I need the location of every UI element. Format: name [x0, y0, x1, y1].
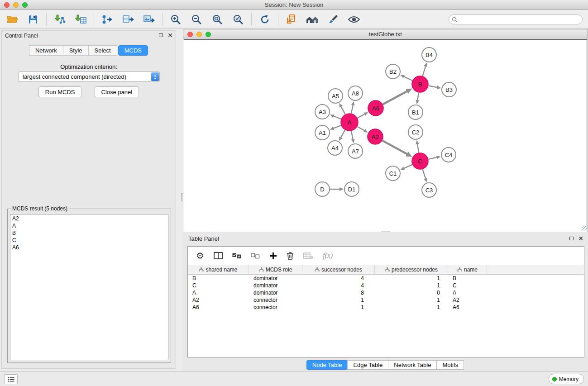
tab-select[interactable]: Select	[88, 45, 117, 56]
close-panel-icon[interactable]: ✕	[578, 236, 583, 241]
refresh-icon[interactable]	[258, 13, 272, 26]
table-body: Bdominator41BCdominator41CAdominator80AA…	[188, 275, 584, 311]
splitter-handle-vertical[interactable]	[181, 193, 183, 201]
column-header-shared-name[interactable]: shared name	[188, 265, 249, 274]
graph-edge-A6-B[interactable]	[383, 91, 407, 105]
column-sort-icon[interactable]	[385, 267, 390, 273]
zoom-out-icon[interactable]	[190, 13, 203, 26]
close-panel-button[interactable]: Close panel	[95, 86, 139, 97]
zoom-in-icon[interactable]	[169, 13, 182, 26]
float-panel-icon[interactable]	[569, 237, 574, 240]
table-cell: 1	[302, 296, 375, 304]
search-box	[449, 14, 583, 24]
export-network-icon[interactable]	[100, 13, 114, 26]
graph-edge-A-A6[interactable]	[358, 114, 365, 118]
criterion-dropdown[interactable]: largest connected component (directed) ▲…	[19, 71, 160, 82]
tab-network[interactable]: Network	[29, 45, 63, 56]
deselect-all-columns-icon[interactable]	[251, 253, 260, 259]
table-row[interactable]: Cdominator41C	[188, 282, 584, 289]
tab-edge-table[interactable]: Edge Table	[347, 360, 388, 370]
task-history-button[interactable]	[4, 374, 18, 384]
resize-grip[interactable]	[582, 226, 587, 231]
select-all-columns-icon[interactable]	[232, 253, 241, 259]
graph-edge-C-C4[interactable]	[429, 157, 437, 159]
tab-mcds[interactable]: MCDS	[118, 45, 148, 56]
mcds-result-item[interactable]: A6	[10, 244, 168, 251]
graph-edge-A-A4[interactable]	[341, 130, 345, 137]
graph-edge-A-A1[interactable]	[334, 125, 341, 128]
table-cell: C	[188, 282, 249, 289]
graph-edge-B-B1[interactable]	[417, 93, 419, 100]
table-row[interactable]: A2connector11A2	[188, 296, 584, 304]
table-row[interactable]: Bdominator41B	[188, 275, 584, 282]
tab-network-table[interactable]: Network Table	[388, 360, 437, 370]
show-columns-icon[interactable]	[214, 252, 223, 259]
column-sort-icon[interactable]	[259, 267, 264, 273]
graph-edge-A-A5[interactable]	[341, 107, 345, 114]
tab-node-table[interactable]: Node Table	[306, 360, 348, 370]
graph-edge-B-B2[interactable]	[404, 76, 412, 81]
zoom-fit-icon[interactable]	[210, 13, 224, 26]
graph-edge-C-C1[interactable]	[404, 165, 412, 168]
graph-node-label: D	[320, 186, 324, 193]
graph-edge-A-A7[interactable]	[351, 131, 353, 139]
graph-edge-B-B4[interactable]	[423, 67, 425, 76]
open-folder-icon[interactable]	[5, 13, 19, 26]
table-row[interactable]: A6connector11A6	[188, 304, 584, 311]
graph-edge-arrowhead	[330, 114, 335, 118]
import-table-icon[interactable]	[74, 13, 87, 26]
tab-motifs[interactable]: Motifs	[436, 360, 464, 370]
graph-edge-A-A8[interactable]	[351, 105, 353, 113]
documents-icon[interactable]	[285, 13, 298, 26]
mcds-result-list[interactable]: A2ABCA6	[10, 214, 168, 360]
toolbar-separator	[46, 13, 47, 26]
mcds-result-item[interactable]: C	[10, 237, 168, 244]
main-toolbar	[0, 10, 588, 29]
optimization-criterion-label: Optimization criterion:	[2, 63, 176, 70]
home-icon[interactable]	[306, 13, 319, 26]
column-header-label: MCDS role	[266, 267, 292, 273]
graph-edge-C-C3[interactable]	[423, 169, 425, 178]
graph-edge-arrowhead	[330, 127, 335, 130]
graph-node-label: C	[418, 158, 422, 165]
toolbar-separator	[251, 13, 252, 26]
column-sort-icon[interactable]	[315, 267, 320, 273]
mcds-result-item[interactable]: B	[10, 229, 168, 237]
export-image-icon[interactable]	[142, 13, 156, 26]
float-panel-icon[interactable]	[159, 33, 163, 37]
table-settings-gear-icon[interactable]: ⚙	[196, 251, 204, 260]
memory-button[interactable]: Memory	[549, 374, 584, 384]
zoom-selected-icon[interactable]	[231, 13, 245, 26]
column-header-predecessor-nodes[interactable]: predecessor nodes	[375, 265, 448, 274]
import-network-icon[interactable]	[53, 13, 67, 26]
graph-edge-B-B3[interactable]	[429, 86, 437, 88]
network-canvas[interactable]: AA1A2A3A4A5A6A7A8BB1B2B3B4CC1C2C3C4DD1	[184, 39, 587, 231]
run-mcds-button[interactable]: Run MCDS	[38, 86, 82, 97]
column-header-successor-nodes[interactable]: successor nodes	[302, 265, 375, 274]
export-table-icon[interactable]	[121, 13, 135, 26]
function-builder-icon[interactable]: f(x)	[323, 252, 333, 260]
graph-edge-A2-C[interactable]	[382, 141, 407, 154]
eye-icon[interactable]	[347, 13, 361, 26]
table-row[interactable]: Adominator80A	[188, 289, 584, 296]
close-panel-icon[interactable]: ✕	[167, 33, 173, 38]
delete-column-icon[interactable]	[287, 252, 294, 260]
column-header-mcds-role[interactable]: MCDS role	[249, 265, 302, 274]
column-header-name[interactable]: name	[448, 265, 487, 274]
graph-edge-C-C2[interactable]	[417, 144, 419, 153]
mcds-result-item[interactable]: A2	[10, 215, 168, 222]
search-input[interactable]	[449, 14, 583, 24]
mcds-result-item[interactable]: A	[10, 222, 168, 229]
brush-icon[interactable]	[326, 13, 340, 26]
network-window-titlebar[interactable]: testGlobe.txt	[183, 29, 588, 39]
table-panel-tabs: Node TableEdge TableNetwork TableMotifs	[183, 360, 588, 370]
graph-edge-A-A2[interactable]	[357, 127, 364, 131]
save-icon[interactable]	[26, 13, 40, 26]
tab-style[interactable]: Style	[63, 45, 89, 56]
create-column-icon[interactable]	[269, 252, 277, 260]
graph-edge-A-A3[interactable]	[334, 116, 341, 119]
column-sort-icon[interactable]	[199, 267, 204, 273]
delete-table-icon[interactable]	[303, 253, 313, 259]
column-sort-icon[interactable]	[457, 267, 462, 273]
graph-edge-arrowhead	[436, 156, 441, 159]
